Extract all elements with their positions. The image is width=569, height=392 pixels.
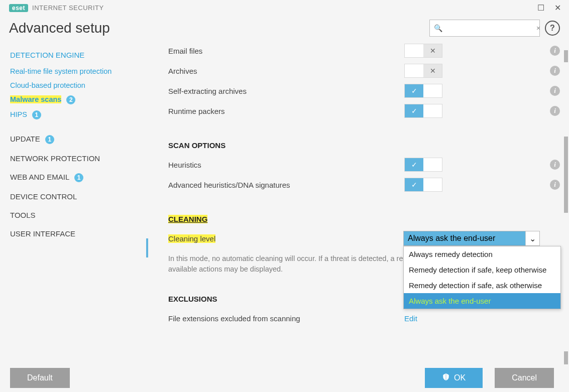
row-archives: Archives ✕ i bbox=[168, 61, 560, 81]
dropdown-option-selected[interactable]: Always ask the end-user bbox=[404, 293, 560, 309]
info-icon[interactable]: i bbox=[550, 66, 560, 76]
badge-count: 2 bbox=[66, 95, 75, 104]
section-accent bbox=[146, 238, 148, 257]
dropdown-selected-text: Always ask the end-user bbox=[404, 231, 525, 245]
sidebar-detection-engine[interactable]: DETECTION ENGINE bbox=[0, 46, 148, 64]
check-icon: ✓ bbox=[411, 87, 417, 95]
sidebar-cloud[interactable]: Cloud-based protection bbox=[0, 78, 148, 92]
toggle-email-files[interactable]: ✕ bbox=[404, 44, 442, 58]
sidebar-item-label: Real-time file system protection bbox=[10, 67, 111, 75]
product-name: INTERNET SECURITY bbox=[32, 4, 104, 12]
dropdown-selected[interactable]: Always ask the end-user ⌄ bbox=[403, 231, 540, 246]
sidebar-item-label: DEVICE CONTROL bbox=[10, 192, 77, 201]
row-cleaning-level: Cleaning level Always ask the end-user ⌄… bbox=[168, 228, 560, 248]
info-icon[interactable]: i bbox=[550, 180, 560, 190]
chevron-down-icon: ⌄ bbox=[525, 231, 539, 245]
sidebar-item-label: Malware scans bbox=[10, 95, 61, 103]
search-input[interactable] bbox=[445, 24, 533, 32]
row-self-extracting: Self-extracting archives ✓ i bbox=[168, 81, 560, 101]
toggle-heuristics[interactable]: ✓ bbox=[404, 158, 442, 172]
cancel-button[interactable]: Cancel bbox=[495, 368, 554, 388]
sidebar-item-label: WEB AND EMAIL bbox=[10, 173, 69, 181]
toggle-archives[interactable]: ✕ bbox=[404, 64, 442, 78]
sidebar-network[interactable]: NETWORK PROTECTION bbox=[0, 149, 148, 168]
row-adv-heuristics: Advanced heuristics/DNA signatures ✓ i bbox=[168, 175, 560, 195]
row-label: Self-extracting archives bbox=[168, 87, 404, 95]
check-icon: ✓ bbox=[411, 161, 417, 169]
search-icon: 🔍 bbox=[434, 24, 442, 32]
brand-area: eset INTERNET SECURITY bbox=[9, 4, 104, 12]
dropdown-option[interactable]: Remedy detection if safe, ask otherwise bbox=[404, 278, 560, 293]
main: DETECTION ENGINE Real-time file system p… bbox=[0, 41, 569, 372]
badge-count: 1 bbox=[45, 135, 54, 144]
sidebar-device[interactable]: DEVICE CONTROL bbox=[0, 187, 148, 206]
content: Email files ✕ i Archives ✕ i Self-extrac… bbox=[148, 41, 569, 372]
info-icon[interactable]: i bbox=[550, 160, 560, 170]
header-row: Advanced setup 🔍 × ? bbox=[0, 14, 569, 41]
sidebar-item-label: Cloud-based protection bbox=[10, 81, 85, 89]
scrollbar-segment[interactable] bbox=[564, 351, 568, 364]
x-icon: ✕ bbox=[430, 67, 436, 75]
clear-search-icon[interactable]: × bbox=[536, 24, 540, 32]
help-icon[interactable]: ? bbox=[545, 21, 560, 36]
close-icon[interactable]: ✕ bbox=[554, 3, 561, 13]
row-label: Archives bbox=[168, 67, 404, 75]
button-label: Cancel bbox=[512, 373, 537, 382]
title-bar: eset INTERNET SECURITY ☐ ✕ bbox=[0, 0, 569, 14]
sidebar-tools[interactable]: TOOLS bbox=[0, 206, 148, 224]
section-label: CLEANING bbox=[168, 215, 207, 223]
row-label: Cleaning level bbox=[168, 234, 403, 243]
check-icon: ✓ bbox=[411, 181, 417, 189]
row-label: Runtime packers bbox=[168, 107, 404, 115]
row-label: Advanced heuristics/DNA signatures bbox=[168, 181, 404, 189]
shield-icon bbox=[442, 373, 450, 383]
row-exclusions: File extensions excluded from scanning E… bbox=[168, 308, 560, 328]
sidebar-item-label: HIPS bbox=[10, 110, 27, 118]
check-icon: ✓ bbox=[411, 107, 417, 115]
badge-count: 1 bbox=[74, 173, 83, 182]
row-email-files: Email files ✕ i bbox=[168, 41, 560, 61]
sidebar: DETECTION ENGINE Real-time file system p… bbox=[0, 41, 148, 372]
default-button[interactable]: Default bbox=[10, 368, 70, 388]
sidebar-item-label: UPDATE bbox=[10, 135, 40, 143]
header-right: 🔍 × ? bbox=[429, 20, 560, 37]
x-icon: ✕ bbox=[430, 47, 436, 55]
info-icon[interactable]: i bbox=[550, 86, 560, 96]
sidebar-hips[interactable]: HIPS 1 bbox=[0, 107, 148, 122]
cleaning-level-label: Cleaning level bbox=[168, 234, 215, 243]
scrollbar-segment[interactable] bbox=[564, 137, 568, 213]
ok-button[interactable]: OK bbox=[425, 368, 483, 388]
badge-count: 1 bbox=[32, 110, 41, 119]
sidebar-web-email[interactable]: WEB AND EMAIL 1 bbox=[0, 168, 148, 187]
toggle-adv-heuristics[interactable]: ✓ bbox=[404, 178, 442, 192]
maximize-icon[interactable]: ☐ bbox=[537, 3, 544, 13]
sidebar-malware-scans[interactable]: Malware scans 2 bbox=[0, 92, 148, 107]
sidebar-user-interface[interactable]: USER INTERFACE bbox=[0, 224, 148, 243]
sidebar-realtime[interactable]: Real-time file system protection bbox=[0, 64, 148, 78]
button-label: Default bbox=[27, 373, 53, 382]
section-cleaning: CLEANING bbox=[168, 212, 560, 228]
info-icon[interactable]: i bbox=[550, 106, 560, 116]
info-icon[interactable]: i bbox=[550, 46, 560, 56]
row-label: Email files bbox=[168, 47, 404, 55]
row-label: File extensions excluded from scanning bbox=[168, 314, 404, 323]
search-box[interactable]: 🔍 × bbox=[429, 20, 540, 37]
page-title: Advanced setup bbox=[9, 20, 110, 36]
row-label: Heuristics bbox=[168, 161, 404, 169]
section-scan-options: SCAN OPTIONS bbox=[168, 138, 560, 155]
brand-badge: eset bbox=[9, 4, 28, 12]
sidebar-item-label: USER INTERFACE bbox=[10, 229, 75, 238]
row-heuristics: Heuristics ✓ i bbox=[168, 155, 560, 175]
toggle-runtime-packers[interactable]: ✓ bbox=[404, 104, 442, 118]
footer: Default OK Cancel bbox=[0, 364, 569, 392]
dropdown-option[interactable]: Remedy detection if safe, keep otherwise bbox=[404, 262, 560, 278]
sidebar-item-label: NETWORK PROTECTION bbox=[10, 154, 100, 163]
scrollbar-segment[interactable] bbox=[564, 50, 568, 62]
dropdown-option[interactable]: Always remedy detection bbox=[404, 246, 560, 262]
cleaning-level-dropdown[interactable]: Always ask the end-user ⌄ Always remedy … bbox=[403, 231, 540, 246]
toggle-self-extracting[interactable]: ✓ bbox=[404, 84, 442, 98]
window-controls: ☐ ✕ bbox=[537, 3, 564, 13]
sidebar-update[interactable]: UPDATE 1 bbox=[0, 129, 148, 149]
edit-link[interactable]: Edit bbox=[404, 314, 417, 323]
button-label: OK bbox=[454, 373, 466, 382]
